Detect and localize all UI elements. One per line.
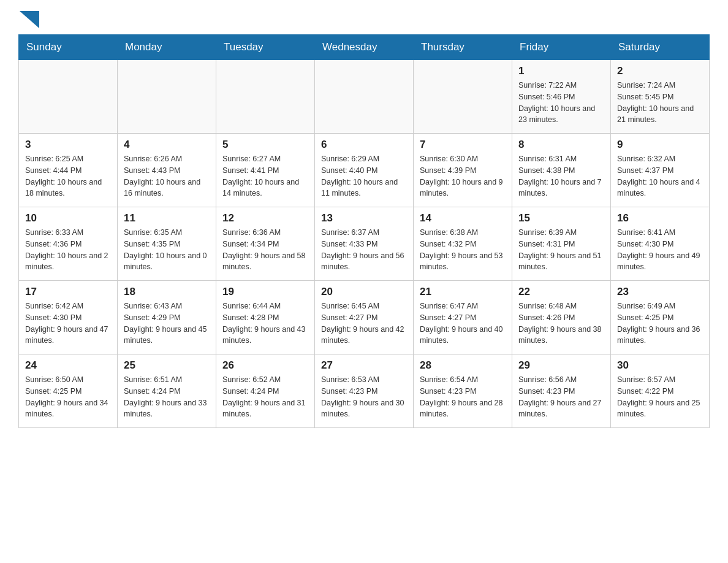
- day-info: Sunrise: 6:38 AMSunset: 4:32 PMDaylight:…: [420, 227, 506, 273]
- day-info: Sunrise: 6:50 AMSunset: 4:25 PMDaylight:…: [25, 374, 111, 420]
- day-info: Sunrise: 6:42 AMSunset: 4:30 PMDaylight:…: [25, 301, 111, 347]
- day-info: Sunrise: 7:22 AMSunset: 5:46 PMDaylight:…: [518, 80, 604, 126]
- day-info: Sunrise: 6:51 AMSunset: 4:24 PMDaylight:…: [124, 374, 210, 420]
- calendar-cell: 25Sunrise: 6:51 AMSunset: 4:24 PMDayligh…: [118, 354, 216, 428]
- day-info: Sunrise: 6:41 AMSunset: 4:30 PMDaylight:…: [617, 227, 703, 273]
- weekday-header-sunday: Sunday: [19, 35, 118, 60]
- calendar-cell: 30Sunrise: 6:57 AMSunset: 4:22 PMDayligh…: [611, 354, 710, 428]
- day-info: Sunrise: 6:30 AMSunset: 4:39 PMDaylight:…: [420, 153, 506, 199]
- calendar-cell: [216, 60, 315, 134]
- calendar-week-row-2: 3Sunrise: 6:25 AMSunset: 4:44 PMDaylight…: [19, 134, 710, 207]
- day-info: Sunrise: 6:29 AMSunset: 4:40 PMDaylight:…: [321, 153, 407, 199]
- calendar-cell: 6Sunrise: 6:29 AMSunset: 4:40 PMDaylight…: [315, 134, 414, 207]
- calendar-cell: 8Sunrise: 6:31 AMSunset: 4:38 PMDaylight…: [512, 134, 611, 207]
- weekday-header-monday: Monday: [118, 35, 216, 60]
- calendar-cell: 28Sunrise: 6:54 AMSunset: 4:23 PMDayligh…: [414, 354, 512, 428]
- day-number: 16: [617, 212, 703, 224]
- calendar-cell: 2Sunrise: 7:24 AMSunset: 5:45 PMDaylight…: [611, 60, 710, 134]
- day-number: 22: [518, 286, 604, 298]
- weekday-header-wednesday: Wednesday: [315, 35, 414, 60]
- calendar-cell: [19, 60, 118, 134]
- day-info: Sunrise: 6:37 AMSunset: 4:33 PMDaylight:…: [321, 227, 407, 273]
- calendar-week-row-5: 24Sunrise: 6:50 AMSunset: 4:25 PMDayligh…: [19, 354, 710, 428]
- day-info: Sunrise: 6:33 AMSunset: 4:36 PMDaylight:…: [25, 227, 111, 273]
- weekday-header-friday: Friday: [512, 35, 611, 60]
- day-info: Sunrise: 6:43 AMSunset: 4:29 PMDaylight:…: [124, 301, 210, 347]
- day-info: Sunrise: 6:32 AMSunset: 4:37 PMDaylight:…: [617, 153, 703, 199]
- calendar-cell: 19Sunrise: 6:44 AMSunset: 4:28 PMDayligh…: [216, 281, 315, 354]
- day-number: 1: [518, 65, 604, 77]
- day-info: Sunrise: 6:27 AMSunset: 4:41 PMDaylight:…: [222, 153, 308, 199]
- calendar-cell: 16Sunrise: 6:41 AMSunset: 4:30 PMDayligh…: [611, 207, 710, 281]
- day-number: 28: [420, 359, 506, 372]
- day-number: 13: [321, 212, 407, 224]
- weekday-header-saturday: Saturday: [611, 35, 710, 60]
- calendar-cell: 18Sunrise: 6:43 AMSunset: 4:29 PMDayligh…: [118, 281, 216, 354]
- day-number: 11: [124, 212, 210, 224]
- calendar-cell: 29Sunrise: 6:56 AMSunset: 4:23 PMDayligh…: [512, 354, 611, 428]
- calendar-cell: 9Sunrise: 6:32 AMSunset: 4:37 PMDaylight…: [611, 134, 710, 207]
- day-info: Sunrise: 6:25 AMSunset: 4:44 PMDaylight:…: [25, 153, 111, 199]
- day-number: 9: [617, 139, 703, 151]
- calendar-cell: 13Sunrise: 6:37 AMSunset: 4:33 PMDayligh…: [315, 207, 414, 281]
- page-header: [18, 12, 710, 28]
- day-number: 2: [617, 65, 703, 77]
- logo-triangle-icon: [20, 11, 39, 28]
- day-info: Sunrise: 6:56 AMSunset: 4:23 PMDaylight:…: [518, 374, 604, 420]
- day-number: 19: [222, 286, 308, 298]
- calendar-cell: 5Sunrise: 6:27 AMSunset: 4:41 PMDaylight…: [216, 134, 315, 207]
- calendar-cell: [118, 60, 216, 134]
- day-number: 20: [321, 286, 407, 298]
- day-info: Sunrise: 6:49 AMSunset: 4:25 PMDaylight:…: [617, 301, 703, 347]
- day-number: 17: [25, 286, 111, 298]
- calendar-cell: 17Sunrise: 6:42 AMSunset: 4:30 PMDayligh…: [19, 281, 118, 354]
- calendar-cell: 11Sunrise: 6:35 AMSunset: 4:35 PMDayligh…: [118, 207, 216, 281]
- day-number: 23: [617, 286, 703, 298]
- day-info: Sunrise: 6:36 AMSunset: 4:34 PMDaylight:…: [222, 227, 308, 273]
- day-number: 29: [518, 359, 604, 372]
- day-info: Sunrise: 6:57 AMSunset: 4:22 PMDaylight:…: [617, 374, 703, 420]
- day-info: Sunrise: 7:24 AMSunset: 5:45 PMDaylight:…: [617, 80, 703, 126]
- svg-marker-0: [20, 11, 39, 28]
- day-number: 26: [222, 359, 308, 372]
- day-number: 18: [124, 286, 210, 298]
- calendar-cell: 3Sunrise: 6:25 AMSunset: 4:44 PMDaylight…: [19, 134, 118, 207]
- day-number: 21: [420, 286, 506, 298]
- day-number: 14: [420, 212, 506, 224]
- logo: [18, 12, 39, 28]
- calendar-header-row: SundayMondayTuesdayWednesdayThursdayFrid…: [19, 35, 710, 60]
- day-number: 10: [25, 212, 111, 224]
- day-number: 6: [321, 139, 407, 151]
- calendar-cell: 21Sunrise: 6:47 AMSunset: 4:27 PMDayligh…: [414, 281, 512, 354]
- day-number: 7: [420, 139, 506, 151]
- day-info: Sunrise: 6:47 AMSunset: 4:27 PMDaylight:…: [420, 301, 506, 347]
- day-number: 24: [25, 359, 111, 372]
- weekday-header-thursday: Thursday: [414, 35, 512, 60]
- calendar-cell: [414, 60, 512, 134]
- calendar-cell: 1Sunrise: 7:22 AMSunset: 5:46 PMDaylight…: [512, 60, 611, 134]
- day-number: 30: [617, 359, 703, 372]
- day-number: 12: [222, 212, 308, 224]
- calendar-cell: 22Sunrise: 6:48 AMSunset: 4:26 PMDayligh…: [512, 281, 611, 354]
- calendar-week-row-1: 1Sunrise: 7:22 AMSunset: 5:46 PMDaylight…: [19, 60, 710, 134]
- day-info: Sunrise: 6:44 AMSunset: 4:28 PMDaylight:…: [222, 301, 308, 347]
- calendar-cell: [315, 60, 414, 134]
- calendar-table: SundayMondayTuesdayWednesdayThursdayFrid…: [18, 34, 710, 428]
- day-info: Sunrise: 6:52 AMSunset: 4:24 PMDaylight:…: [222, 374, 308, 420]
- calendar-cell: 14Sunrise: 6:38 AMSunset: 4:32 PMDayligh…: [414, 207, 512, 281]
- calendar-cell: 10Sunrise: 6:33 AMSunset: 4:36 PMDayligh…: [19, 207, 118, 281]
- day-info: Sunrise: 6:39 AMSunset: 4:31 PMDaylight:…: [518, 227, 604, 273]
- calendar-cell: 27Sunrise: 6:53 AMSunset: 4:23 PMDayligh…: [315, 354, 414, 428]
- calendar-cell: 23Sunrise: 6:49 AMSunset: 4:25 PMDayligh…: [611, 281, 710, 354]
- day-number: 15: [518, 212, 604, 224]
- day-info: Sunrise: 6:26 AMSunset: 4:43 PMDaylight:…: [124, 153, 210, 199]
- calendar-cell: 26Sunrise: 6:52 AMSunset: 4:24 PMDayligh…: [216, 354, 315, 428]
- day-number: 27: [321, 359, 407, 372]
- calendar-cell: 7Sunrise: 6:30 AMSunset: 4:39 PMDaylight…: [414, 134, 512, 207]
- day-number: 5: [222, 139, 308, 151]
- day-info: Sunrise: 6:48 AMSunset: 4:26 PMDaylight:…: [518, 301, 604, 347]
- day-number: 25: [124, 359, 210, 372]
- calendar-week-row-3: 10Sunrise: 6:33 AMSunset: 4:36 PMDayligh…: [19, 207, 710, 281]
- day-number: 4: [124, 139, 210, 151]
- calendar-cell: 15Sunrise: 6:39 AMSunset: 4:31 PMDayligh…: [512, 207, 611, 281]
